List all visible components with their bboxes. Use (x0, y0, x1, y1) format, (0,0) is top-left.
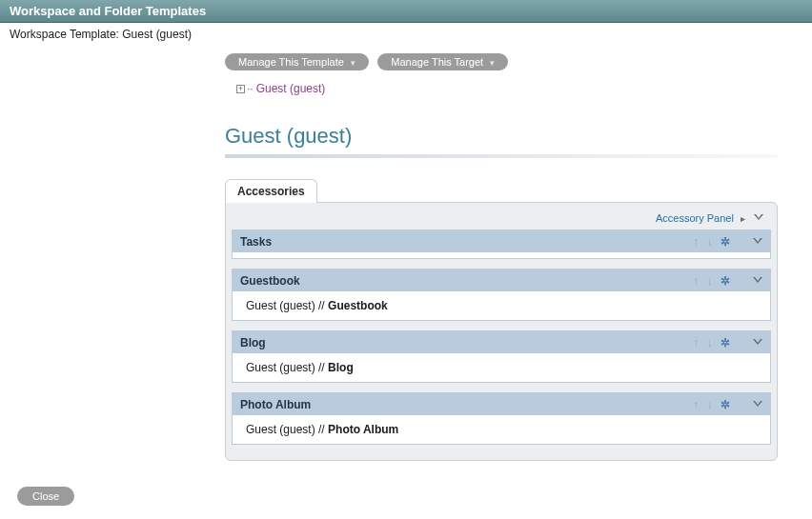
link-arrow-icon: ▸ (741, 213, 745, 224)
dropdown-icon: ▾ (490, 58, 495, 68)
collapse-toggle[interactable] (747, 336, 762, 349)
tree-expand-icon[interactable]: + (236, 85, 245, 93)
section-tasks: Tasks ↑ ↓ ✲ (232, 230, 771, 259)
path-item: Blog (328, 361, 354, 374)
section-photo-album: Photo Album ↑ ↓ ✲ Guest (guest) // Photo… (232, 392, 771, 445)
path-prefix: Guest (guest) // (246, 423, 328, 436)
window-title: Workspace and Folder Templates (10, 4, 206, 18)
section-title: Tasks (240, 235, 693, 249)
window: Workspace and Folder Templates Workspace… (0, 0, 812, 519)
path-item: Guestbook (328, 299, 388, 312)
gear-icon[interactable]: ✲ (721, 274, 730, 288)
section-guestbook: Guestbook ↑ ↓ ✲ Guest (guest) // Guestbo… (232, 269, 771, 321)
manage-target-button[interactable]: Manage This Target ▾ (377, 53, 508, 70)
action-buttons-row: Manage This Template ▾ Manage This Targe… (225, 53, 812, 70)
manage-target-label: Manage This Target (391, 56, 483, 68)
tree-node-link[interactable]: Guest (guest) (256, 82, 326, 95)
path-prefix: Guest (guest) // (246, 299, 328, 312)
section-header: Photo Album ↑ ↓ ✲ (233, 393, 770, 415)
collapse-toggle[interactable] (747, 235, 762, 249)
accessories-panel: Accessory Panel ▸ Tasks ↑ ↓ ✲ (225, 202, 778, 461)
section-title: Photo Album (240, 398, 693, 411)
section-body: Guest (guest) // Blog (233, 353, 770, 382)
gear-icon[interactable]: ✲ (721, 336, 730, 349)
manage-template-label: Manage This Template (238, 56, 344, 68)
move-up-icon[interactable]: ↑ (693, 234, 700, 249)
accessory-panel-link[interactable]: Accessory Panel (656, 212, 734, 224)
section-body: Guest (guest) // Guestbook (233, 291, 770, 320)
section-title: Blog (240, 336, 693, 349)
manage-template-button[interactable]: Manage This Template ▾ (225, 53, 369, 70)
window-titlebar: Workspace and Folder Templates (0, 0, 812, 23)
section-header: Blog ↑ ↓ ✲ (233, 331, 770, 353)
move-down-icon[interactable]: ↓ (707, 273, 714, 288)
move-down-icon[interactable]: ↓ (707, 397, 714, 411)
accessory-panel-row: Accessory Panel ▸ (232, 210, 771, 230)
section-controls: ↑ ↓ ✲ (693, 335, 762, 349)
move-up-icon[interactable]: ↑ (693, 273, 700, 288)
section-body (233, 252, 770, 258)
close-button[interactable]: Close (17, 487, 74, 506)
section-header: Guestbook ↑ ↓ ✲ (233, 269, 770, 291)
path-item: Photo Album (328, 423, 398, 436)
content-area: Manage This Template ▾ Manage This Targe… (0, 48, 812, 519)
move-down-icon[interactable]: ↓ (707, 335, 714, 349)
section-blog: Blog ↑ ↓ ✲ Guest (guest) // Blog (232, 330, 771, 383)
page-title: Guest (guest) (225, 124, 812, 149)
section-header: Tasks ↑ ↓ ✲ (233, 230, 770, 252)
footer-row: Close (17, 487, 74, 506)
move-down-icon[interactable]: ↓ (707, 234, 714, 249)
collapse-toggle[interactable] (747, 274, 762, 288)
section-body: Guest (guest) // Photo Album (233, 415, 770, 444)
section-controls: ↑ ↓ ✲ (693, 273, 762, 288)
section-controls: ↑ ↓ ✲ (693, 234, 762, 249)
gear-icon[interactable]: ✲ (721, 398, 730, 411)
path-prefix: Guest (guest) // (246, 361, 328, 374)
collapse-toggle[interactable] (747, 398, 762, 411)
chevron-down-icon[interactable] (754, 214, 763, 222)
move-up-icon[interactable]: ↑ (693, 397, 700, 411)
move-up-icon[interactable]: ↑ (693, 335, 700, 349)
gear-icon[interactable]: ✲ (721, 235, 730, 249)
workspace-template-subtitle: Workspace Template: Guest (guest) (0, 23, 812, 46)
heading-divider (225, 154, 778, 158)
tree-row: +··Guest (guest) (236, 82, 812, 95)
tree-connector: ·· (247, 82, 254, 95)
section-title: Guestbook (240, 274, 693, 288)
dropdown-icon: ▾ (351, 58, 355, 68)
tab-bar: Accessories (225, 179, 812, 203)
tab-accessories[interactable]: Accessories (225, 179, 317, 203)
section-controls: ↑ ↓ ✲ (693, 397, 762, 411)
